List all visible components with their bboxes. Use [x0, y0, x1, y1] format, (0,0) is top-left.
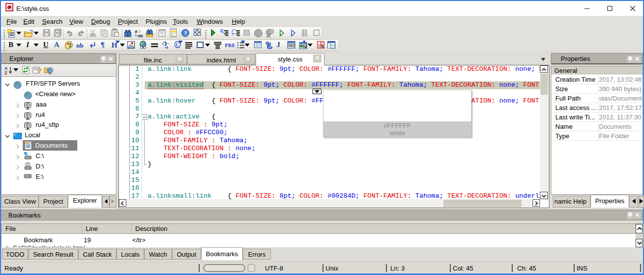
svg-text:Z: Z [4, 70, 7, 75]
svg-text:?: ? [184, 30, 187, 36]
svg-text:a: a [135, 29, 138, 34]
svg-text:ac: ac [138, 33, 143, 38]
